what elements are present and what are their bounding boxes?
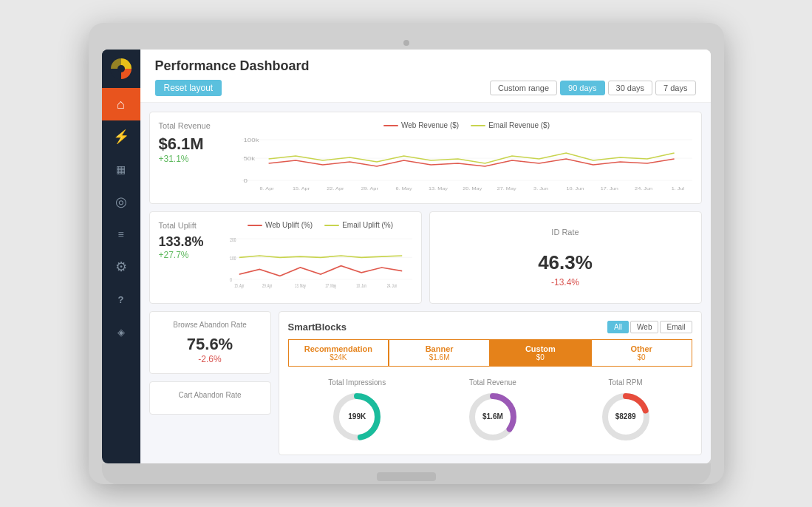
sbtab-recommendation-name: Recommendation bbox=[295, 344, 383, 353]
svg-text:17. Jun: 17. Jun bbox=[600, 186, 618, 191]
sidebar-item-document[interactable]: ≡ bbox=[102, 218, 140, 251]
sidebar-item-target[interactable]: ◎ bbox=[102, 186, 140, 218]
revenue-value: $6.1M bbox=[159, 135, 227, 154]
document-icon: ≡ bbox=[117, 228, 123, 240]
cart-abandon-card: Cart Abandon Rate bbox=[149, 381, 271, 415]
rpm-metric: Total RPM $8289 bbox=[600, 378, 652, 446]
sbtab-banner-value: $1.6M bbox=[395, 353, 483, 361]
header: Performance Dashboard Reset layout Custo… bbox=[140, 50, 711, 103]
smartblocks-card: SmartBlocks All Web Email Recommendation bbox=[279, 311, 702, 455]
30days-button[interactable]: 30 days bbox=[608, 81, 653, 95]
badge-icon: ◈ bbox=[117, 327, 125, 338]
home-icon: ⌂ bbox=[117, 97, 125, 112]
revenue-label: Total Revenue bbox=[159, 121, 227, 130]
svg-text:0: 0 bbox=[243, 177, 247, 184]
header-controls: Reset layout Custom range 90 days 30 day… bbox=[155, 80, 696, 96]
uplift-chart: 200 100 0 15. Apr 29. Apr bbox=[229, 232, 412, 291]
svg-text:13. May: 13. May bbox=[295, 283, 306, 288]
lightning-icon: ⚡ bbox=[113, 129, 129, 145]
svg-text:29. Apr: 29. Apr bbox=[361, 186, 378, 191]
svg-point-1 bbox=[117, 65, 125, 72]
page-title: Performance Dashboard bbox=[155, 58, 696, 74]
7days-button[interactable]: 7 days bbox=[655, 81, 695, 95]
uplift-value: 133.8% bbox=[159, 234, 222, 250]
target-icon: ◎ bbox=[115, 194, 127, 210]
svg-text:100: 100 bbox=[230, 254, 236, 260]
impressions-donut: 199K bbox=[331, 391, 383, 443]
svg-text:1. Jul: 1. Jul bbox=[671, 186, 684, 191]
sb-revenue-donut: $1.6M bbox=[467, 391, 519, 443]
cart-abandon-label: Cart Abandon Rate bbox=[159, 391, 262, 399]
bottom-row: Browse Abandon Rate 75.6% -2.6% Cart Aba… bbox=[149, 311, 702, 463]
sidebar-item-settings[interactable]: ⚙ bbox=[102, 251, 140, 283]
sbtab-recommendation[interactable]: Recommendation $24K bbox=[288, 339, 389, 367]
svg-text:20. May: 20. May bbox=[463, 186, 482, 191]
sidebar-item-lightning[interactable]: ⚡ bbox=[102, 120, 140, 153]
sidebar-item-home[interactable]: ⌂ bbox=[102, 88, 140, 120]
impressions-label: Total Impressions bbox=[328, 378, 386, 387]
svg-text:50k: 50k bbox=[243, 155, 255, 162]
sbtab-custom-name: Custom bbox=[497, 344, 584, 353]
browse-abandon-change: -2.6% bbox=[159, 354, 262, 364]
total-revenue-card: Total Revenue $6.1M +31.1% Web Revenue (… bbox=[149, 112, 702, 204]
id-rate-label: ID Rate bbox=[439, 228, 692, 237]
smartblocks-metrics: Total Impressions 199K bbox=[288, 374, 692, 446]
svg-text:24. Jun: 24. Jun bbox=[386, 283, 397, 288]
browse-abandon-label: Browse Abandon Rate bbox=[159, 321, 262, 329]
date-range-controls: Custom range 90 days 30 days 7 days bbox=[490, 81, 696, 95]
reset-layout-button[interactable]: Reset layout bbox=[155, 80, 222, 96]
legend-web-revenue: Web Revenue ($) bbox=[383, 121, 459, 129]
svg-text:22. Apr: 22. Apr bbox=[327, 186, 344, 191]
uplift-change: +27.7% bbox=[159, 250, 222, 260]
logo bbox=[102, 50, 140, 88]
sidebar: ⌂ ⚡ ▦ ◎ ≡ ⚙ ? bbox=[102, 50, 140, 463]
sbtab-recommendation-value: $24K bbox=[295, 353, 383, 361]
main-content: Performance Dashboard Reset layout Custo… bbox=[140, 50, 711, 463]
rpm-label: Total RPM bbox=[600, 378, 652, 387]
smartblocks-title: SmartBlocks bbox=[288, 321, 347, 333]
sbtab-other[interactable]: Other $0 bbox=[591, 339, 692, 367]
sb-revenue-value: $1.6M bbox=[482, 412, 503, 421]
sidebar-item-badge[interactable]: ◈ bbox=[102, 316, 140, 348]
svg-text:200: 200 bbox=[230, 236, 236, 242]
sbtab-custom[interactable]: Custom $0 bbox=[490, 339, 591, 367]
id-rate-card: ID Rate 46.3% -13.4% bbox=[429, 211, 702, 304]
svg-text:100k: 100k bbox=[243, 137, 259, 143]
filter-email-button[interactable]: Email bbox=[660, 321, 692, 333]
filter-web-button[interactable]: Web bbox=[630, 321, 658, 333]
custom-range-button[interactable]: Custom range bbox=[490, 81, 557, 95]
legend-web-uplift: Web Uplift (%) bbox=[248, 221, 313, 229]
sbtab-banner-name: Banner bbox=[395, 344, 483, 353]
browse-abandon-card: Browse Abandon Rate 75.6% -2.6% bbox=[149, 311, 271, 374]
svg-text:10. Jun: 10. Jun bbox=[566, 186, 584, 191]
impressions-metric: Total Impressions 199K bbox=[328, 378, 386, 446]
revenue-change: +31.1% bbox=[159, 154, 227, 164]
revenue-legend: Web Revenue ($) Email Revenue ($) bbox=[242, 121, 692, 129]
sb-revenue-metric: Total Revenue $1.6M bbox=[467, 378, 519, 446]
legend-email-uplift-label: Email Uplift (%) bbox=[342, 221, 393, 229]
legend-email-revenue-label: Email Revenue ($) bbox=[488, 121, 550, 129]
sbtab-other-name: Other bbox=[598, 344, 686, 353]
svg-text:15. Apr: 15. Apr bbox=[292, 186, 310, 191]
svg-text:6. May: 6. May bbox=[395, 186, 412, 191]
svg-text:10. Jun: 10. Jun bbox=[356, 283, 366, 288]
sidebar-item-help[interactable]: ? bbox=[102, 283, 140, 316]
dashboard-body: Total Revenue $6.1M +31.1% Web Revenue (… bbox=[140, 103, 711, 463]
sidebar-item-grid[interactable]: ▦ bbox=[102, 153, 140, 186]
smartblocks-header: SmartBlocks All Web Email bbox=[288, 321, 692, 333]
90days-button[interactable]: 90 days bbox=[560, 81, 605, 95]
help-icon: ? bbox=[118, 294, 124, 305]
sbtab-banner[interactable]: Banner $1.6M bbox=[389, 339, 490, 367]
svg-text:13. May: 13. May bbox=[428, 186, 448, 191]
uplift-legend: Web Uplift (%) Email Uplift (%) bbox=[229, 221, 412, 229]
legend-web-revenue-label: Web Revenue ($) bbox=[401, 121, 459, 129]
filter-all-button[interactable]: All bbox=[607, 321, 629, 333]
revenue-chart: 100k 50k 0 8. Apr 15. Apr 22. Apr bbox=[242, 132, 692, 191]
legend-email-uplift: Email Uplift (%) bbox=[324, 221, 393, 229]
svg-text:27. May: 27. May bbox=[497, 186, 516, 191]
svg-text:8. Apr: 8. Apr bbox=[259, 186, 274, 191]
revenue-summary: Total Revenue $6.1M +31.1% bbox=[159, 121, 233, 194]
svg-text:15. Apr: 15. Apr bbox=[234, 283, 244, 288]
sbtab-other-value: $0 bbox=[598, 353, 686, 361]
legend-web-uplift-label: Web Uplift (%) bbox=[265, 221, 313, 229]
